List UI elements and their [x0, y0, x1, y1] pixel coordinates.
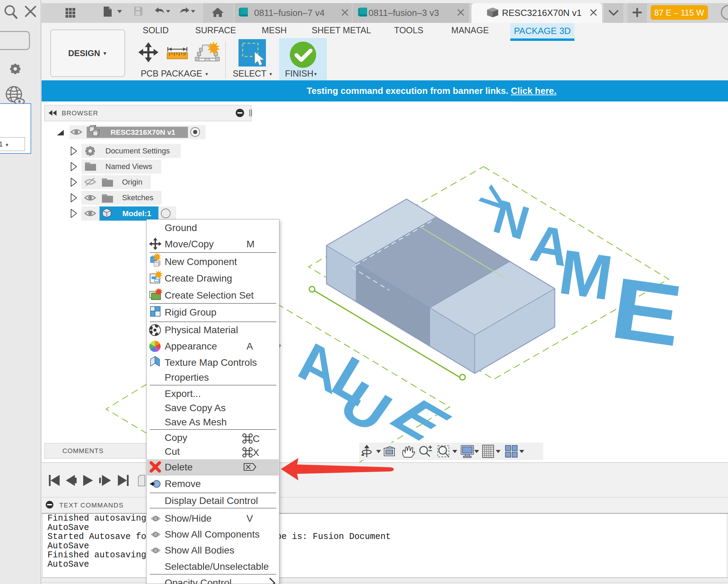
svg-text:0811–fusion–7 v4: 0811–fusion–7 v4: [254, 8, 324, 18]
svg-text:C: C: [253, 433, 260, 444]
svg-text:87 E – 115 W: 87 E – 115 W: [654, 8, 704, 17]
svg-text:X: X: [253, 447, 259, 458]
svg-text:0811–fusion–3 v3: 0811–fusion–3 v3: [369, 8, 439, 18]
svg-text:E: E: [606, 259, 688, 365]
svg-text:RESC3216X70N v1: RESC3216X70N v1: [502, 8, 582, 18]
svg-text:M: M: [555, 236, 617, 313]
